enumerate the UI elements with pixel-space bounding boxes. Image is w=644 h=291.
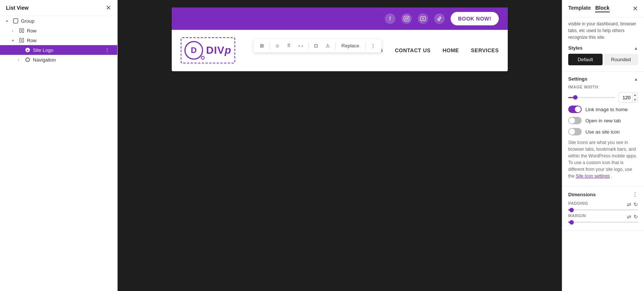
margin-row-header: MARGIN ⇄ ↻ xyxy=(568,213,638,220)
block-toolbar: ⊞ ☺ ⠿ ‹ › ⊡ ⚠ Replace ⋮ xyxy=(254,39,382,53)
close-list-view-button[interactable]: ✕ xyxy=(106,4,111,11)
padding-track[interactable] xyxy=(568,209,638,210)
image-width-label: IMAGE WIDTH xyxy=(568,85,638,89)
tab-template[interactable]: Template xyxy=(568,5,591,12)
logo-text: DIVp xyxy=(206,44,231,56)
open-new-tab-toggle[interactable] xyxy=(568,117,582,124)
padding-icons: ⇄ ↻ xyxy=(627,201,638,207)
svg-marker-6 xyxy=(422,18,424,19)
use-site-icon-knob xyxy=(569,129,575,135)
chevron-row1: › xyxy=(12,29,16,33)
left-panel: List View ✕ ▾ Group › Row ▾ Row xyxy=(0,0,118,291)
image-width-input[interactable] xyxy=(619,94,632,101)
nav-home[interactable]: HOME xyxy=(442,47,459,53)
toolbar-divider-3 xyxy=(335,42,336,50)
use-site-icon-row: Use as site icon xyxy=(568,128,638,135)
site-logo-preview: D DIVp xyxy=(181,37,235,63)
social-facebook-icon[interactable]: f xyxy=(385,13,395,24)
padding-reset-button[interactable]: ⇄ xyxy=(627,201,631,207)
styles-section-header[interactable]: Styles ▲ xyxy=(568,45,638,51)
dimensions-section: 5 Dimensions ⋮ PADDING ⇄ ↻ xyxy=(562,187,644,231)
toolbar-crop-button[interactable]: ⊡ xyxy=(311,41,321,50)
toolbar-align-button[interactable]: ⊞ xyxy=(257,41,267,50)
chevron-navigation: › xyxy=(18,58,22,62)
tree-item-site-logo[interactable]: ● Site Logo ⋮ xyxy=(0,45,117,55)
styles-label: Styles xyxy=(568,45,582,51)
toolbar-warning-button[interactable]: ⚠ xyxy=(323,41,333,50)
margin-container: MARGIN ⇄ ↻ xyxy=(568,213,638,223)
styles-chevron: ▲ xyxy=(634,46,638,50)
chevron-group: ▾ xyxy=(6,19,10,23)
social-youtube-icon[interactable] xyxy=(418,13,428,24)
nav-contact-us[interactable]: CONTACT US xyxy=(395,47,431,53)
close-right-panel-button[interactable]: ✕ xyxy=(632,4,638,13)
toolbar-replace-button[interactable]: Replace xyxy=(338,41,363,50)
right-panel-header: Template Block ✕ xyxy=(562,0,644,18)
padding-thumb[interactable] xyxy=(569,208,574,212)
dimensions-label[interactable]: Dimensions xyxy=(568,192,596,197)
navigation-label: Navigation xyxy=(33,57,111,63)
link-image-knob xyxy=(575,106,581,112)
svg-point-5 xyxy=(407,17,408,18)
preview-wrapper: ⊞ ☺ ⠿ ‹ › ⊡ ⚠ Replace ⋮ f xyxy=(118,0,562,291)
group-icon xyxy=(13,18,19,24)
open-new-tab-knob xyxy=(569,118,575,123)
margin-link-button[interactable]: ↻ xyxy=(634,214,638,220)
right-panel-tabs: Template Block xyxy=(568,5,610,12)
tree-item-row1[interactable]: › Row xyxy=(0,26,117,35)
image-width-decrement[interactable]: ▼ xyxy=(632,97,638,102)
toolbar-nav-button[interactable]: ‹ › xyxy=(295,41,306,50)
toolbar-emoji-button[interactable]: ☺ xyxy=(272,41,283,50)
rounded-style-button[interactable]: Rounded xyxy=(604,54,638,65)
toolbar-more-button[interactable]: ⋮ xyxy=(368,41,379,50)
default-style-button[interactable]: Default xyxy=(568,54,603,65)
settings-section: Settings ▲ 2 IMAGE WIDTH ▲ ▼ xyxy=(562,72,644,187)
link-image-toggle[interactable] xyxy=(568,106,582,113)
margin-label: MARGIN xyxy=(568,213,586,218)
dimensions-header-row: Dimensions ⋮ xyxy=(568,191,638,198)
nav-services[interactable]: SERVICES xyxy=(471,47,499,53)
padding-container: PADDING ⇄ ↻ xyxy=(568,201,638,210)
book-now-button[interactable]: BOOK NOW! xyxy=(451,12,499,25)
site-icon-description: Site Icons are what you see in browser t… xyxy=(568,139,638,179)
margin-reset-button[interactable]: ⇄ xyxy=(627,214,631,220)
toolbar-divider-1 xyxy=(269,42,270,50)
image-width-thumb[interactable] xyxy=(573,95,578,100)
use-site-icon-toggle[interactable] xyxy=(568,128,582,135)
row2-icon xyxy=(19,37,25,43)
row1-icon xyxy=(19,28,25,34)
chevron-row2: ▾ xyxy=(12,38,16,43)
margin-slider-row xyxy=(568,222,638,223)
site-icon-settings-link[interactable]: Site Icon settings xyxy=(576,173,610,179)
tree-item-navigation[interactable]: › Navigation xyxy=(0,55,117,65)
navigation-icon xyxy=(25,57,31,63)
settings-label: Settings xyxy=(568,76,587,82)
settings-chevron: ▲ xyxy=(634,77,638,81)
canvas-area: ⊞ ☺ ⠿ ‹ › ⊡ ⚠ Replace ⋮ f xyxy=(118,0,562,291)
logo-dot xyxy=(201,56,205,60)
image-width-track[interactable] xyxy=(568,97,615,98)
margin-track[interactable] xyxy=(568,222,638,223)
image-width-container: 2 IMAGE WIDTH ▲ ▼ xyxy=(568,85,638,103)
open-new-tab-row: Open in new tab xyxy=(568,117,638,124)
tab-block[interactable]: Block xyxy=(595,5,609,12)
group-label: Group xyxy=(21,18,111,24)
dimensions-more-button[interactable]: ⋮ xyxy=(632,191,638,198)
tree-item-group[interactable]: ▾ Group xyxy=(0,16,117,26)
toolbar-drag-button[interactable]: ⠿ xyxy=(284,41,294,50)
padding-link-button[interactable]: ↻ xyxy=(634,201,638,207)
margin-thumb[interactable] xyxy=(569,220,574,225)
open-new-tab-label: Open in new tab xyxy=(585,118,621,123)
toolbar-divider-4 xyxy=(365,42,365,50)
link-image-label: Link image to home xyxy=(585,107,628,112)
settings-section-header[interactable]: Settings ▲ xyxy=(568,76,638,82)
tree-item-row2[interactable]: ▾ Row xyxy=(0,35,117,45)
svg-rect-3 xyxy=(404,16,409,21)
site-logo-more-button[interactable]: ⋮ xyxy=(103,47,111,53)
social-tiktok-icon[interactable] xyxy=(434,13,445,24)
social-instagram-icon[interactable] xyxy=(401,13,412,24)
padding-slider-row xyxy=(568,209,638,210)
padding-label: PADDING xyxy=(568,201,588,206)
intro-text-content: visible in your dashboard, browser tabs,… xyxy=(568,21,636,40)
image-width-increment[interactable]: ▲ xyxy=(632,93,638,97)
